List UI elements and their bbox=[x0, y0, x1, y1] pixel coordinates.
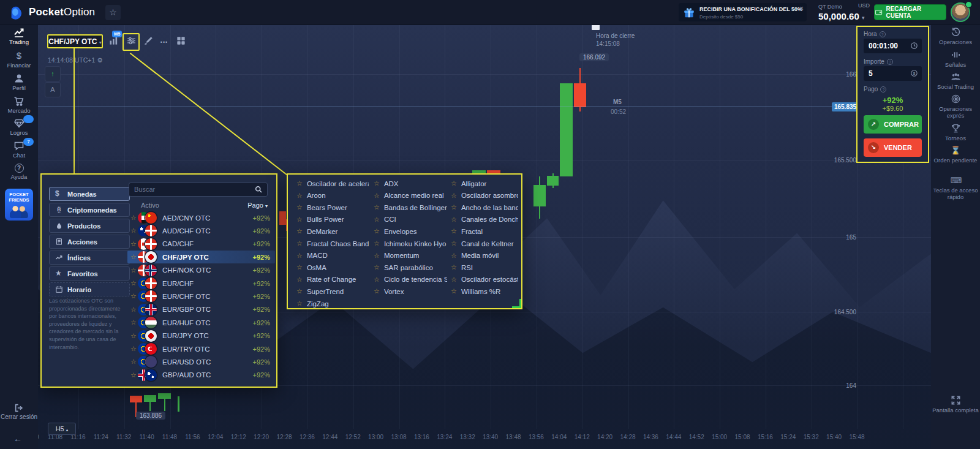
favorite-star-icon[interactable]: ☆ bbox=[451, 203, 457, 211]
indicator-item[interactable]: ☆OsMA bbox=[296, 263, 369, 271]
indicator-item[interactable]: ☆Oscilador estocástico bbox=[451, 276, 518, 284]
favorite-star-icon[interactable]: ☆ bbox=[451, 216, 457, 224]
sidebar-item-financiar[interactable]: $Financiar bbox=[0, 50, 38, 69]
favorite-star-icon[interactable]: ☆ bbox=[296, 192, 303, 200]
favorite-star-icon[interactable]: ☆ bbox=[451, 252, 457, 260]
sidebar-item-trading[interactable]: Trading bbox=[0, 27, 38, 45]
favorite-star-icon[interactable]: ☆ bbox=[130, 358, 138, 366]
favorite-star-icon[interactable]: ☆ bbox=[451, 240, 457, 247]
account-selector[interactable]: QT Demo USD 50,000.60 ▾ bbox=[818, 2, 870, 21]
favorite-star-icon[interactable]: ☆ bbox=[374, 252, 380, 260]
brand-logo[interactable]: PocketOption bbox=[9, 4, 95, 20]
indicator-item[interactable]: ☆Canales de Donchian bbox=[451, 216, 518, 224]
asset-row[interactable]: ☆EUR/CHF+92% bbox=[127, 277, 275, 290]
asset-row[interactable]: ☆CHF/NOK OTC+92% bbox=[127, 264, 275, 277]
asset-row[interactable]: ☆EUR/GBP OTC+92% bbox=[127, 303, 275, 316]
tab-acciones[interactable]: Acciones bbox=[49, 235, 130, 249]
help-icon[interactable]: ? bbox=[880, 86, 886, 92]
sidebar-item-se-ales[interactable]: Señales bbox=[932, 50, 979, 68]
promo-banner[interactable]: RECIBIR UNA BONIFICACIÓN DEL 50% Depósit… bbox=[679, 3, 807, 21]
tab-horario[interactable]: Horario bbox=[49, 282, 130, 296]
toolbar-sliders-icon[interactable] bbox=[124, 36, 138, 49]
favorite-star-icon[interactable]: ☆ bbox=[130, 279, 138, 287]
recharge-account-button[interactable]: RECARGAR CUENTA bbox=[874, 4, 946, 20]
indicator-item[interactable]: ☆Bears Power bbox=[296, 203, 369, 211]
indicator-item[interactable]: ☆SuperTrend bbox=[296, 287, 369, 295]
favorite-star-icon[interactable]: ☆ bbox=[374, 276, 380, 284]
asset-row[interactable]: ☆GBP/AUD OTC+92% bbox=[127, 369, 275, 382]
favorite-star-icon[interactable]: ☆ bbox=[296, 227, 303, 235]
favorite-star-icon[interactable]: ☆ bbox=[130, 319, 138, 326]
favorite-star-icon[interactable]: ☆ bbox=[130, 266, 138, 274]
buy-button[interactable]: ↗COMPRAR bbox=[864, 115, 922, 134]
favorite-star-icon[interactable]: ☆ bbox=[296, 179, 303, 187]
asset-row[interactable]: ☆CAD/CHF+92% bbox=[127, 238, 275, 251]
help-icon[interactable]: ? bbox=[880, 31, 886, 37]
timeframe-selector-button[interactable]: H5 ▴ bbox=[48, 423, 76, 435]
toolbar-brush-icon[interactable] bbox=[141, 36, 156, 49]
indicator-item[interactable]: ☆Media móvil bbox=[451, 252, 518, 260]
toolbar-grid-icon[interactable] bbox=[173, 36, 188, 49]
sidebar-item-ayuda[interactable]: ?Ayuda bbox=[0, 164, 38, 180]
favorite-star-icon[interactable]: ☆ bbox=[296, 216, 303, 224]
sidebar-item-teclas-de-acceso-r-pido[interactable]: ⌨Teclas de acceso rápido bbox=[932, 175, 979, 201]
promo-close-icon[interactable]: × bbox=[800, 4, 804, 12]
asset-row[interactable]: ☆CHF/JPY OTC+92% bbox=[127, 251, 275, 263]
favorite-star-icon[interactable]: ☆ bbox=[296, 203, 303, 211]
favorite-star-icon[interactable]: ☆ bbox=[296, 252, 303, 260]
symbol-dropdown[interactable]: CHF/JPY OTC ▾ bbox=[47, 34, 103, 48]
indicator-item[interactable]: ☆Ancho de las bandas de bbox=[451, 203, 518, 211]
favorite-star-icon[interactable]: ☆ bbox=[296, 300, 303, 308]
indicator-item[interactable]: ☆MACD bbox=[296, 252, 369, 260]
favorite-star-icon[interactable]: ☆ bbox=[296, 287, 303, 295]
asset-row[interactable]: ☆AED/CNY OTC+92% bbox=[127, 211, 275, 224]
indicator-item[interactable]: ☆DeMarker bbox=[296, 227, 369, 235]
favorite-star-icon[interactable]: ☆ bbox=[130, 332, 138, 340]
toolbar-bars-icon[interactable] bbox=[106, 36, 121, 49]
indicator-item[interactable]: ☆ZigZag bbox=[296, 300, 369, 308]
indicator-item[interactable]: ☆Aroon bbox=[296, 192, 369, 200]
indicator-item[interactable]: ☆Ciclo de tendencia Scha bbox=[374, 276, 447, 284]
help-icon[interactable]: ? bbox=[887, 59, 893, 65]
favorite-star-button[interactable]: ☆ bbox=[105, 5, 121, 20]
favorite-star-icon[interactable]: ☆ bbox=[296, 263, 303, 271]
tab-favoritos[interactable]: ★Favoritos bbox=[49, 266, 130, 281]
indicator-item[interactable]: ☆Momentum bbox=[374, 252, 447, 260]
indicator-item[interactable]: ☆Ichimoku Kinko Hyo bbox=[374, 240, 447, 247]
indicator-item[interactable]: ☆CCI bbox=[374, 216, 447, 224]
tab-monedas[interactable]: $Monedas bbox=[49, 187, 130, 201]
favorite-star-icon[interactable]: ☆ bbox=[451, 179, 457, 187]
time-input[interactable]: 00:01:00 bbox=[864, 39, 922, 53]
favorite-star-icon[interactable]: ☆ bbox=[374, 179, 380, 187]
indicator-item[interactable]: ☆Canal de Keltner bbox=[451, 240, 518, 247]
panel-resize-handle[interactable] bbox=[512, 299, 521, 308]
sidebar-item-logros[interactable]: Logros bbox=[0, 118, 38, 136]
column-header-payout[interactable]: Pago ▾ bbox=[247, 202, 268, 209]
toolbar-dots-icon[interactable]: ••• bbox=[157, 36, 172, 49]
favorite-star-icon[interactable]: ☆ bbox=[374, 192, 380, 200]
favorite-star-icon[interactable]: ☆ bbox=[374, 227, 380, 235]
favorite-star-icon[interactable]: ☆ bbox=[130, 371, 138, 379]
indicator-item[interactable]: ☆Envelopes bbox=[374, 227, 447, 235]
indicator-item[interactable]: ☆Bulls Power bbox=[296, 216, 369, 224]
favorite-star-icon[interactable]: ☆ bbox=[374, 240, 380, 247]
indicator-item[interactable]: ☆Oscilador de aceleració bbox=[296, 179, 369, 187]
sidebar-item-torneos[interactable]: Torneos bbox=[932, 123, 979, 141]
collapse-sidebar-arrow-icon[interactable]: ← bbox=[13, 434, 22, 443]
asset-row[interactable]: ☆EUR/JPY OTC+92% bbox=[127, 330, 275, 342]
indicator-item[interactable]: ☆ADX bbox=[374, 179, 447, 187]
favorite-star-icon[interactable]: ☆ bbox=[130, 306, 138, 314]
favorite-star-icon[interactable]: ☆ bbox=[451, 227, 457, 235]
indicator-item[interactable]: ☆Fractal Chaos Bands bbox=[296, 240, 369, 247]
asset-row[interactable]: ☆EUR/HUF OTC+92% bbox=[127, 316, 275, 329]
indicator-item[interactable]: ☆Oscilador asombroso bbox=[451, 192, 518, 200]
indicator-item[interactable]: ☆Alcance medio real bbox=[374, 192, 447, 200]
favorite-star-icon[interactable]: ☆ bbox=[296, 240, 303, 247]
tab-productos[interactable]: Productos bbox=[49, 219, 130, 233]
favorite-star-icon[interactable]: ☆ bbox=[130, 253, 138, 261]
sidebar-item-perfil[interactable]: Perfil bbox=[0, 73, 38, 91]
favorite-star-icon[interactable]: ☆ bbox=[451, 192, 457, 200]
logout-button[interactable]: Cerrar sesión bbox=[0, 403, 38, 420]
favorite-star-icon[interactable]: ☆ bbox=[130, 345, 138, 353]
sidebar-item-operaciones[interactable]: Operaciones bbox=[932, 27, 979, 45]
